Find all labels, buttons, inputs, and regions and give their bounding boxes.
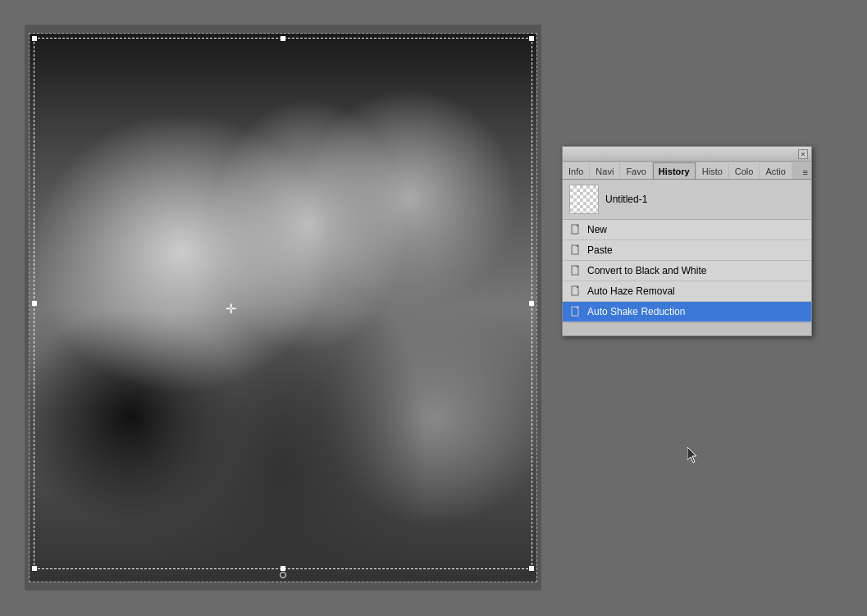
photo-layer [30, 34, 536, 582]
svg-marker-15 [687, 447, 696, 463]
close-button[interactable]: × [798, 149, 808, 159]
panel-titlebar: × [563, 147, 811, 162]
mouse-cursor [687, 447, 697, 463]
tab-action[interactable]: Actio [760, 162, 791, 179]
source-row: Untitled-1 [563, 180, 811, 220]
history-item-icon-paste [569, 244, 582, 257]
history-panel: × Info Navi Favo History Histo Colo Acti… [562, 146, 812, 336]
canvas-area: ✛ [25, 25, 541, 591]
history-item-icon-new [569, 223, 582, 236]
source-thumbnail [569, 185, 599, 214]
history-item-paste[interactable]: Paste [563, 240, 811, 261]
panel-options-button[interactable]: ≡ [800, 166, 811, 179]
panel-tabs: Info Navi Favo History Histo Colo Actio … [563, 162, 811, 180]
image-canvas[interactable]: ✛ [29, 33, 537, 582]
tab-histo[interactable]: Histo [696, 162, 728, 179]
panel-bottom [563, 322, 811, 335]
history-item-shake[interactable]: Auto Shake Reduction [563, 302, 811, 322]
history-item-label-haze: Auto Haze Removal [587, 285, 675, 297]
history-item-haze[interactable]: Auto Haze Removal [563, 281, 811, 302]
history-item-label-new: New [587, 224, 607, 235]
tab-navi[interactable]: Navi [590, 162, 619, 179]
history-item-icon-haze [569, 285, 582, 298]
history-item-label-shake: Auto Shake Reduction [587, 306, 685, 317]
history-item-icon-shake [569, 305, 582, 318]
history-item-bw[interactable]: Convert to Black and White [563, 261, 811, 281]
history-item-label-paste: Paste [587, 244, 613, 256]
tab-favo[interactable]: Favo [620, 162, 651, 179]
history-list: New Paste Convert to Black [563, 220, 811, 322]
history-item-new[interactable]: New [563, 220, 811, 240]
photo-background [30, 34, 536, 582]
tab-history[interactable]: History [653, 162, 696, 179]
history-item-icon-bw [569, 264, 582, 277]
source-name: Untitled-1 [605, 194, 647, 205]
history-item-label-bw: Convert to Black and White [587, 265, 706, 276]
tab-info[interactable]: Info [563, 162, 589, 179]
tab-color[interactable]: Colo [729, 162, 760, 179]
